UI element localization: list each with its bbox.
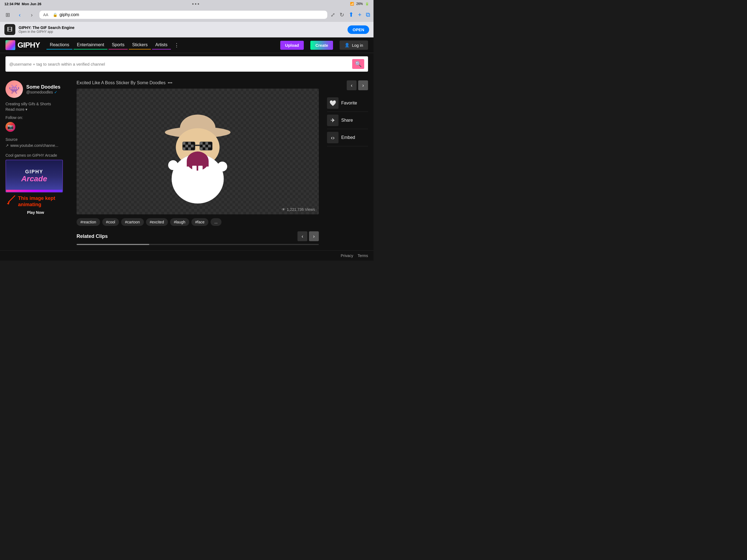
related-next-button[interactable]: › (309, 231, 319, 241)
share-label: Share (341, 118, 353, 123)
app-banner-text: GIPHY: The GIF Search Engine Open in the… (19, 25, 74, 34)
status-bar: 12:34 PM Mon Jun 26 📶 26% 🔋 (0, 0, 374, 8)
svg-point-25 (173, 170, 185, 182)
arcade-logo: GIPHY Arcade (21, 169, 47, 183)
tabs-button[interactable]: ⧉ (366, 11, 370, 18)
arcade-bar (6, 190, 62, 192)
svg-point-31 (217, 161, 227, 172)
source-section: Source ↗ www.youtube.com/channe... (5, 137, 66, 148)
arcade-section: Cool games on GIPHY Arcade GIPHY Arcade … (5, 153, 66, 215)
related-clips-label: Related Clips (77, 233, 108, 239)
tag-excited[interactable]: #excited (146, 218, 168, 226)
sidebar-toggle-button[interactable]: ⊞ (3, 10, 12, 19)
svg-point-30 (168, 160, 178, 170)
giphy-logo[interactable]: GIPHY (5, 40, 40, 50)
logo-text: GIPHY (18, 41, 40, 50)
tag-cartoon[interactable]: #cartoon (121, 218, 144, 226)
svg-rect-19 (195, 145, 200, 146)
favorite-label: Favorite (341, 101, 357, 105)
gif-prev-button[interactable]: ‹ (347, 80, 357, 90)
back-button[interactable]: ‹ (15, 10, 24, 19)
refresh-button[interactable]: ↻ (340, 11, 344, 18)
tag-laugh[interactable]: #laugh (170, 218, 189, 226)
security-icon: 🔒 (53, 12, 57, 17)
tag-reaction[interactable]: #reaction (77, 218, 100, 226)
svg-rect-24 (198, 166, 203, 171)
source-link[interactable]: ↗ www.youtube.com/channe... (5, 143, 66, 148)
svg-rect-10 (191, 145, 194, 147)
channel-description: Creating silly Gifs & Shorts (5, 102, 66, 106)
gif-area: Excited Like A Boss Sticker By Some Dood… (71, 80, 324, 245)
annotation-arrow-icon (5, 194, 17, 205)
channel-header: Some Doodles @somedoodles ✓ (5, 80, 66, 98)
search-bar: 🔍 (5, 56, 368, 72)
channel-name: Some Doodles (26, 84, 60, 90)
open-app-button[interactable]: OPEN (347, 25, 369, 34)
nav-reactions[interactable]: Reactions (47, 41, 73, 50)
embed-icon: ‹› (327, 132, 338, 143)
text-size-control[interactable]: AA (43, 12, 48, 17)
search-bar-container: 🔍 (0, 53, 374, 75)
favorite-action[interactable]: 🤍 Favorite (327, 95, 368, 112)
footer: Privacy Terms (0, 251, 374, 261)
new-tab-button[interactable]: + (358, 11, 361, 18)
gif-display: 👁 1,221,736 Views (77, 88, 319, 214)
tag-face[interactable]: #face (191, 218, 208, 226)
app-banner: 🎞 GIPHY: The GIF Search Engine Open in t… (0, 22, 374, 37)
forward-button[interactable]: › (27, 10, 36, 19)
sidebar: Some Doodles @somedoodles ✓ Creating sil… (5, 80, 71, 245)
tag-more[interactable]: ... (210, 218, 222, 226)
status-indicators: 📶 26% 🔋 (350, 2, 369, 6)
instagram-icon[interactable]: 📷 (5, 122, 15, 132)
status-dots (192, 3, 199, 5)
nav-sports[interactable]: Sports (108, 41, 128, 50)
play-now-button[interactable]: Play Now (5, 210, 66, 215)
gif-character-svg (157, 97, 239, 206)
gif-more-button[interactable]: ••• (168, 80, 172, 85)
browser-actions: ⤢ ↻ ⬆ + ⧉ (331, 11, 370, 18)
app-sub: Open in the GIPHY app (19, 30, 74, 34)
privacy-link[interactable]: Privacy (341, 253, 353, 258)
address-bar[interactable]: AA 🔒 giphy.com (40, 11, 327, 19)
gif-next-button[interactable]: › (358, 80, 368, 90)
svg-line-0 (8, 196, 15, 202)
chevron-down-icon: ▾ (25, 107, 27, 111)
external-link-icon: ↗ (5, 143, 9, 148)
arcade-banner[interactable]: GIPHY Arcade (5, 160, 63, 193)
app-banner-info: 🎞 GIPHY: The GIF Search Engine Open in t… (4, 24, 74, 35)
svg-rect-7 (183, 142, 185, 145)
related-prev-button[interactable]: ‹ (298, 231, 307, 241)
nav-stickers[interactable]: Stickers (129, 41, 151, 50)
nav-entertainment[interactable]: Entertainment (74, 41, 107, 50)
battery-icon: 🔋 (365, 2, 369, 6)
share-action[interactable]: ✈ Share (327, 112, 368, 129)
svg-rect-12 (188, 147, 191, 150)
source-url: www.youtube.com/channe... (10, 143, 58, 148)
search-input[interactable] (9, 62, 350, 67)
channel-handle: @somedoodles ✓ (26, 90, 60, 94)
scroll-indicator (77, 244, 319, 245)
views-count: 👁 1,221,736 Views (282, 207, 315, 212)
battery-level: 26% (356, 2, 363, 6)
eye-icon: 👁 (282, 207, 285, 212)
svg-rect-9 (185, 145, 188, 147)
main-content: Some Doodles @somedoodles ✓ Creating sil… (0, 75, 374, 251)
page-controls-button[interactable]: ⤢ (331, 11, 335, 18)
verified-icon: ✓ (54, 90, 57, 94)
giphy-header: GIPHY Reactions Entertainment Sports Sti… (0, 37, 374, 53)
nav-more-button[interactable]: ⋮ (172, 41, 181, 50)
tag-cool[interactable]: #cool (102, 218, 119, 226)
login-button[interactable]: 👤 Log in (340, 41, 368, 50)
nav-artists[interactable]: Artists (152, 41, 171, 50)
embed-action[interactable]: ‹› Embed (327, 129, 368, 146)
url-text: giphy.com (60, 12, 79, 17)
create-button[interactable]: Create (310, 41, 333, 50)
follow-on-label: Follow on: (5, 116, 66, 120)
user-icon: 👤 (344, 43, 350, 48)
share-button[interactable]: ⬆ (349, 11, 354, 18)
app-icon: 🎞 (4, 24, 15, 35)
read-more-button[interactable]: Read more ▾ (5, 107, 66, 111)
terms-link[interactable]: Terms (358, 253, 368, 258)
search-button[interactable]: 🔍 (352, 59, 364, 69)
upload-button[interactable]: Upload (280, 41, 304, 50)
